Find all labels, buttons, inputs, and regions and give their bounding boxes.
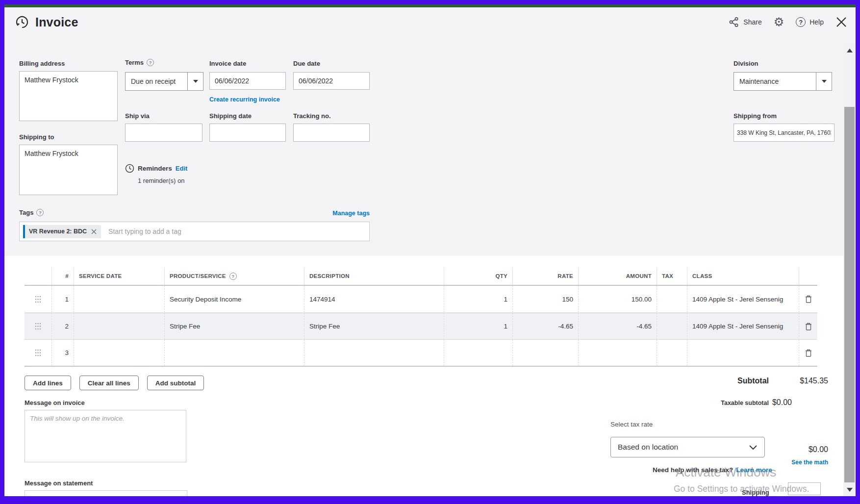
create-recurring-invoice-link[interactable]: Create recurring invoice	[209, 96, 280, 103]
help-button[interactable]: Help	[796, 17, 824, 27]
row-drag-handle[interactable]	[25, 286, 52, 312]
terms-dropdown[interactable]: Due on receipt	[125, 72, 203, 91]
tracking-no-field[interactable]	[293, 124, 370, 142]
terms-label: Terms	[125, 59, 154, 66]
shipping-to-field[interactable]: Matthew Frystock	[19, 145, 118, 195]
cell-service-date[interactable]	[74, 340, 165, 366]
tag-chip-label: VR Revenue 2: BDC	[29, 228, 87, 235]
message-on-statement-field[interactable]	[25, 490, 187, 504]
tracking-no-label: Tracking no.	[293, 112, 331, 120]
tax-rate-dropdown[interactable]: Based on location	[610, 437, 765, 457]
vertical-scrollbar[interactable]	[843, 43, 856, 496]
tag-chip: VR Revenue 2: BDC	[23, 225, 101, 238]
learn-more-link[interactable]: Learn more	[736, 466, 772, 474]
table-row: 1 Security Deposit Income 1474914 1 150 …	[25, 286, 817, 313]
cell-amount[interactable]: 150.00	[579, 286, 657, 312]
share-button[interactable]: Share	[729, 17, 761, 27]
taxable-subtotal-value: $0.00	[772, 398, 792, 407]
cell-product-service[interactable]: Stripe Fee	[165, 313, 304, 339]
caret-down-icon	[822, 80, 827, 83]
cell-description[interactable]: 1474914	[304, 286, 444, 312]
row-delete-button[interactable]	[799, 313, 817, 339]
add-lines-button[interactable]: Add lines	[25, 376, 71, 390]
message-on-statement-label: Message on statement	[25, 479, 93, 487]
row-drag-handle[interactable]	[25, 313, 52, 339]
scrollbar-thumb[interactable]	[844, 107, 855, 482]
billing-address-label: Billing address	[19, 60, 65, 67]
product-service-help-icon[interactable]	[229, 273, 237, 280]
chevron-down-icon	[749, 445, 758, 450]
cell-rate[interactable]	[513, 340, 579, 366]
cell-class[interactable]: 1409 Apple St - Jerel Sensenig	[687, 286, 799, 312]
cell-qty[interactable]: 1	[444, 286, 513, 312]
cell-description[interactable]: Stripe Fee	[304, 313, 444, 339]
cell-num: 2	[52, 313, 74, 339]
settings-gear-icon[interactable]	[774, 16, 784, 28]
cell-tax[interactable]	[657, 286, 687, 312]
column-header-tax: TAX	[657, 267, 687, 285]
trash-column-header	[799, 267, 817, 285]
division-label: Division	[734, 60, 759, 67]
division-dropdown[interactable]: Maintenance	[734, 72, 832, 91]
cell-description[interactable]	[304, 340, 444, 366]
due-date-field[interactable]	[293, 72, 370, 90]
clear-all-lines-button[interactable]: Clear all lines	[79, 376, 139, 390]
row-delete-button[interactable]	[799, 286, 817, 312]
scroll-down-arrow-icon[interactable]	[843, 485, 856, 494]
invoice-date-field[interactable]	[209, 72, 286, 90]
tax-amount-value: $0.00	[809, 445, 828, 454]
column-header-class: CLASS	[687, 267, 799, 285]
reminders-status: 1 reminder(s) on	[138, 177, 184, 184]
table-row: 3	[25, 340, 817, 367]
row-delete-button[interactable]	[799, 340, 817, 366]
tags-input[interactable]: VR Revenue 2: BDC Start typing to add a …	[19, 222, 370, 241]
shipping-from-field[interactable]	[734, 124, 835, 142]
shipping-to-label: Shipping to	[19, 133, 54, 141]
cell-qty[interactable]	[444, 340, 513, 366]
tag-remove-icon[interactable]	[91, 229, 97, 234]
subtotal-value: $145.35	[800, 377, 828, 385]
cell-tax[interactable]	[657, 340, 687, 366]
cell-qty[interactable]: 1	[444, 313, 513, 339]
table-header-row: # SERVICE DATE PRODUCT/SERVICE DESCRIPTI…	[25, 267, 817, 286]
manage-tags-link[interactable]: Manage tags	[332, 210, 370, 217]
reminders-edit-link[interactable]: Edit	[176, 165, 188, 172]
tags-help-icon[interactable]	[36, 209, 44, 216]
reminders-label: Reminders	[138, 165, 172, 172]
row-drag-handle[interactable]	[25, 340, 52, 366]
scroll-up-arrow-icon[interactable]	[843, 46, 856, 55]
division-dropdown-arrow[interactable]	[816, 73, 832, 90]
ship-via-field[interactable]	[125, 124, 202, 142]
terms-dropdown-arrow[interactable]	[187, 73, 203, 90]
taxable-subtotal-label: Taxable subtotal	[721, 400, 769, 406]
cell-service-date[interactable]	[74, 286, 165, 312]
drag-column-header	[25, 267, 52, 285]
column-header-num: #	[52, 267, 74, 285]
share-icon	[729, 17, 739, 27]
cell-tax[interactable]	[657, 313, 687, 339]
invoice-date-label: Invoice date	[209, 60, 246, 67]
message-on-invoice-field[interactable]	[25, 410, 186, 462]
top-green-strip	[4, 4, 856, 7]
cell-class[interactable]: 1409 Apple St - Jerel Sensenig	[687, 313, 799, 339]
tags-placeholder: Start typing to add a tag	[108, 227, 181, 235]
see-the-math-link[interactable]: See the math	[791, 459, 828, 466]
cell-service-date[interactable]	[74, 313, 165, 339]
shipping-date-field[interactable]	[209, 124, 286, 142]
cell-product-service[interactable]	[165, 340, 304, 366]
terms-help-icon[interactable]	[147, 59, 154, 66]
close-icon[interactable]	[835, 16, 847, 28]
cell-product-service[interactable]: Security Deposit Income	[165, 286, 304, 312]
subtotal-label: Subtotal	[737, 377, 769, 385]
cell-amount[interactable]	[579, 340, 657, 366]
column-header-service-date: SERVICE DATE	[74, 267, 165, 285]
cell-amount[interactable]: -4.65	[579, 313, 657, 339]
column-header-qty: QTY	[444, 267, 513, 285]
cell-rate[interactable]: -4.65	[513, 313, 579, 339]
add-subtotal-button[interactable]: Add subtotal	[147, 376, 204, 390]
cell-class[interactable]	[687, 340, 799, 366]
billing-address-field[interactable]: Matthew Frystock	[19, 71, 118, 121]
shipping-amount-field[interactable]	[788, 482, 821, 495]
column-header-rate: RATE	[513, 267, 579, 285]
cell-rate[interactable]: 150	[513, 286, 579, 312]
